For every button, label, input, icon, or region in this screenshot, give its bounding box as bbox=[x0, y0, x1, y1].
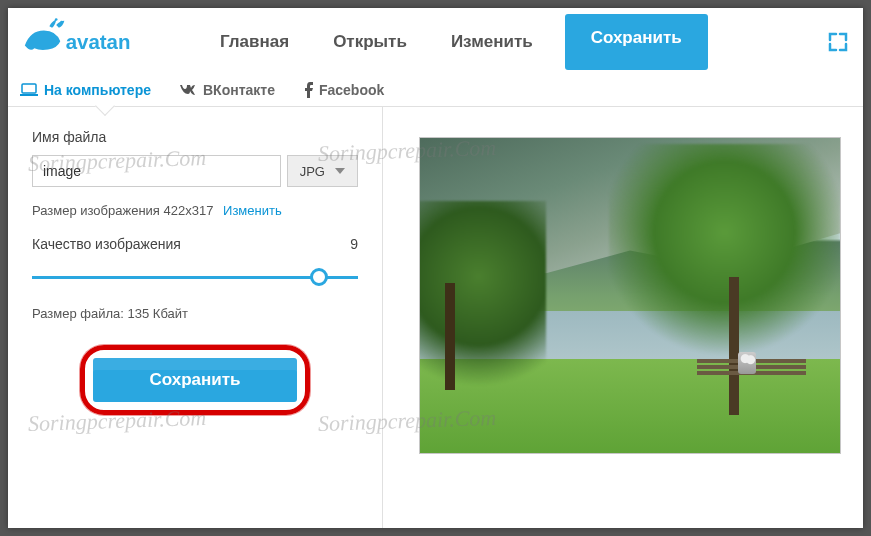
save-button-highlight: Сохранить bbox=[80, 345, 310, 415]
format-select[interactable]: JPG bbox=[287, 155, 358, 187]
filename-input[interactable] bbox=[32, 155, 281, 187]
expand-icon bbox=[828, 32, 848, 52]
svg-rect-3 bbox=[20, 94, 38, 96]
nav-edit[interactable]: Изменить bbox=[429, 14, 555, 70]
app-window: avatan Главная Открыть Изменить Сохранит… bbox=[8, 8, 863, 528]
tab-label: На компьютере bbox=[44, 82, 151, 98]
svg-rect-2 bbox=[22, 84, 36, 93]
chevron-down-icon bbox=[335, 168, 345, 174]
dimensions-text: Размер изображения 422x317 bbox=[32, 203, 213, 218]
quality-value: 9 bbox=[350, 236, 358, 252]
dimensions-row: Размер изображения 422x317 Изменить bbox=[32, 203, 358, 218]
nav-home[interactable]: Главная bbox=[198, 14, 311, 70]
preview-image bbox=[419, 137, 841, 454]
save-destination-tabs: На компьютере ВКонтакте Facebook bbox=[8, 76, 863, 107]
nav-open[interactable]: Открыть bbox=[311, 14, 429, 70]
logo[interactable]: avatan bbox=[18, 17, 168, 67]
laptop-icon bbox=[20, 83, 38, 97]
quality-label: Качество изображения bbox=[32, 236, 181, 252]
filename-label: Имя файла bbox=[32, 129, 358, 145]
whale-logo-icon: avatan bbox=[18, 17, 168, 67]
svg-point-0 bbox=[55, 18, 58, 21]
format-value: JPG bbox=[300, 164, 325, 179]
nav-save[interactable]: Сохранить bbox=[565, 14, 708, 70]
slider-thumb[interactable] bbox=[310, 268, 328, 286]
svg-point-1 bbox=[60, 21, 63, 24]
vk-icon bbox=[179, 83, 197, 97]
facebook-icon bbox=[303, 82, 313, 98]
quality-slider[interactable] bbox=[32, 266, 358, 290]
logo-text: avatan bbox=[66, 31, 131, 54]
fullscreen-button[interactable] bbox=[823, 27, 853, 57]
main-area: Имя файла JPG Размер изображения 422x317… bbox=[8, 107, 863, 528]
tab-vkontakte[interactable]: ВКонтакте bbox=[179, 82, 275, 98]
tab-facebook[interactable]: Facebook bbox=[303, 82, 384, 98]
tab-computer[interactable]: На компьютере bbox=[20, 82, 151, 98]
topbar: avatan Главная Открыть Изменить Сохранит… bbox=[8, 8, 863, 76]
main-nav: Главная Открыть Изменить Сохранить bbox=[198, 14, 803, 70]
change-dimensions-link[interactable]: Изменить bbox=[223, 203, 282, 218]
tab-label: Facebook bbox=[319, 82, 384, 98]
save-options-panel: Имя файла JPG Размер изображения 422x317… bbox=[8, 107, 383, 528]
save-button[interactable]: Сохранить bbox=[93, 358, 297, 402]
tab-label: ВКонтакте bbox=[203, 82, 275, 98]
image-preview-area bbox=[383, 107, 863, 528]
filesize-text: Размер файла: 135 Кбайт bbox=[32, 306, 358, 321]
